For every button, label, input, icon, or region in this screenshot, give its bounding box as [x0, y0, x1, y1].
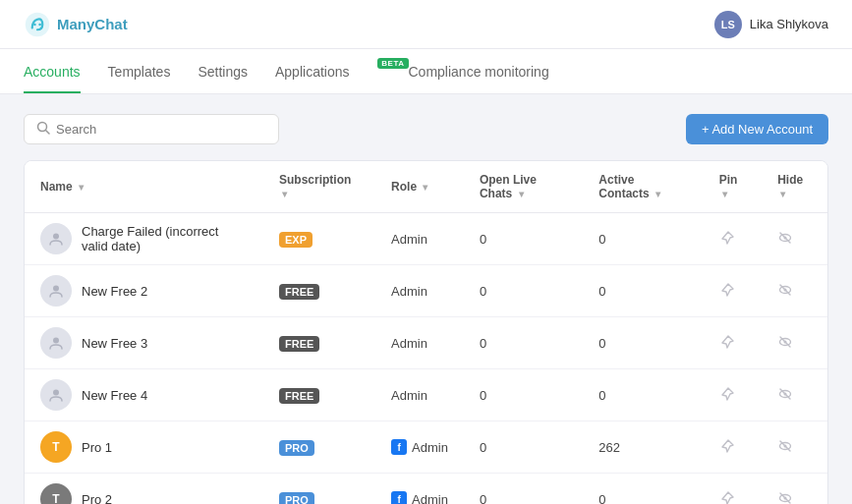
avatar: [40, 327, 72, 359]
cell-active-contacts: 0: [583, 265, 703, 317]
col-name: Name ▾: [25, 161, 263, 213]
cell-open-live-chats: 0: [464, 265, 583, 317]
cell-name: New Free 4: [25, 369, 263, 421]
hide-icon[interactable]: [777, 493, 793, 505]
cell-pin[interactable]: [704, 369, 762, 421]
logo-text: ManyChat: [57, 16, 128, 32]
user-menu[interactable]: LS Lika Shlykova: [714, 11, 828, 38]
table-row: Charge Failed (incorrect valid date) EXP…: [25, 213, 827, 265]
role-label: Admin: [412, 440, 448, 455]
subscription-badge: FREE: [279, 336, 319, 352]
account-name[interactable]: Pro 1: [82, 440, 112, 455]
accounts-table: Name ▾ Subscription ▾ Role ▾ Open Live C…: [24, 160, 828, 504]
table-row: New Free 3 FREE Admin 0 0: [25, 317, 827, 369]
hide-icon[interactable]: [777, 389, 793, 405]
table-row: T Pro 1 PRO f Admin 0 262: [25, 421, 827, 474]
cell-pin[interactable]: [704, 317, 762, 369]
avatar: LS: [714, 11, 742, 38]
cell-name: T Pro 2: [25, 474, 263, 505]
table-header: Name ▾ Subscription ▾ Role ▾ Open Live C…: [25, 161, 827, 213]
sort-icon-subscription[interactable]: ▾: [282, 189, 287, 199]
topbar: ManyChat LS Lika Shlykova: [0, 0, 852, 49]
role-label: Admin: [391, 336, 427, 351]
cell-pin[interactable]: [704, 265, 762, 317]
search-input[interactable]: [56, 122, 266, 137]
sort-icon-pin[interactable]: ▾: [722, 189, 727, 199]
account-name[interactable]: New Free 2: [82, 284, 147, 299]
col-subscription: Subscription ▾: [263, 161, 375, 213]
logo[interactable]: ManyChat: [24, 11, 128, 38]
pin-icon[interactable]: [719, 233, 735, 249]
sort-icon-chats[interactable]: ▾: [519, 189, 524, 199]
cell-subscription: PRO: [263, 421, 375, 474]
account-name[interactable]: Pro 2: [82, 492, 112, 505]
svg-point-5: [53, 234, 59, 240]
add-account-button[interactable]: + Add New Account: [686, 114, 828, 144]
cell-hide[interactable]: [762, 265, 827, 317]
col-pin: Pin ▾: [704, 161, 762, 213]
cell-active-contacts: 0: [583, 317, 703, 369]
cell-hide[interactable]: [762, 421, 827, 474]
sort-icon-contacts[interactable]: ▾: [655, 189, 660, 199]
nav-bar: Accounts Templates Settings Applications…: [0, 49, 852, 94]
role-label: Admin: [412, 492, 448, 505]
svg-point-13: [53, 338, 59, 344]
sort-icon-hide[interactable]: ▾: [780, 189, 785, 199]
avatar: [40, 223, 72, 254]
col-hide: Hide ▾: [762, 161, 827, 213]
avatar: [40, 275, 72, 307]
main-content: + Add New Account Name ▾ Subscription ▾ …: [0, 94, 852, 504]
nav-item-templates[interactable]: Templates: [108, 64, 171, 93]
facebook-icon: f: [391, 491, 407, 504]
pin-icon[interactable]: [719, 337, 735, 353]
col-active-contacts: Active Contacts ▾: [583, 161, 703, 213]
sort-icon-role[interactable]: ▾: [423, 182, 427, 193]
account-name[interactable]: Charge Failed (incorrect valid date): [82, 224, 248, 253]
nav-item-accounts[interactable]: Accounts: [24, 64, 81, 93]
cell-open-live-chats: 0: [464, 213, 583, 265]
subscription-badge: EXP: [279, 232, 312, 248]
cell-role: Admin: [375, 369, 464, 421]
hide-icon[interactable]: [777, 285, 793, 301]
subscription-badge: FREE: [279, 284, 319, 300]
cell-open-live-chats: 0: [464, 317, 583, 369]
sort-icon-name[interactable]: ▾: [79, 182, 84, 193]
hide-icon[interactable]: [777, 337, 793, 353]
cell-hide[interactable]: [762, 317, 827, 369]
pin-icon[interactable]: [719, 493, 735, 505]
role-label: Admin: [391, 232, 427, 247]
role-label: Admin: [391, 388, 427, 403]
cell-name: T Pro 1: [25, 421, 263, 474]
cell-active-contacts: 0: [583, 369, 703, 421]
avatar: T: [40, 431, 72, 463]
role-label: Admin: [391, 284, 427, 299]
hide-icon[interactable]: [777, 441, 793, 457]
avatar: [40, 379, 72, 411]
nav-item-applications[interactable]: Applications BETA: [275, 64, 381, 93]
pin-icon[interactable]: [719, 441, 735, 457]
cell-hide[interactable]: [762, 213, 827, 265]
cell-role: f Admin: [375, 474, 464, 505]
nav-item-settings[interactable]: Settings: [198, 64, 248, 93]
cell-subscription: PRO: [263, 474, 375, 505]
account-name[interactable]: New Free 4: [82, 388, 147, 403]
account-name[interactable]: New Free 3: [82, 336, 147, 351]
cell-pin[interactable]: [704, 421, 762, 474]
svg-point-9: [53, 286, 59, 292]
cell-open-live-chats: 0: [464, 369, 583, 421]
cell-role: Admin: [375, 317, 464, 369]
cell-hide[interactable]: [762, 474, 827, 505]
svg-point-17: [53, 390, 59, 396]
pin-icon[interactable]: [719, 285, 735, 301]
pin-icon[interactable]: [719, 389, 735, 405]
search-box[interactable]: [24, 114, 279, 144]
cell-subscription: FREE: [263, 317, 375, 369]
nav-item-compliance[interactable]: Compliance monitoring: [409, 64, 549, 93]
toolbar: + Add New Account: [24, 114, 828, 144]
cell-pin[interactable]: [704, 474, 762, 505]
facebook-icon: f: [391, 439, 407, 455]
subscription-badge: FREE: [279, 388, 319, 404]
cell-hide[interactable]: [762, 369, 827, 421]
cell-pin[interactable]: [704, 213, 762, 265]
hide-icon[interactable]: [777, 233, 793, 249]
